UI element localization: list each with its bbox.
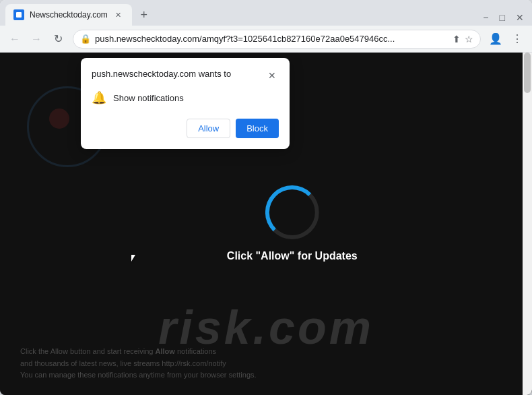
active-tab[interactable]: Newschecktoday.com ✕ <box>5 4 132 26</box>
new-tab-button[interactable]: + <box>135 5 154 24</box>
popup-close-button[interactable]: ✕ <box>265 69 279 82</box>
tab-favicon <box>13 9 24 20</box>
tab-close-button[interactable]: ✕ <box>113 9 124 20</box>
address-bar-actions: ⬆ ☆ <box>453 34 473 44</box>
lock-icon: 🔒 <box>80 34 91 44</box>
bell-icon: 🔔 <box>92 90 106 105</box>
notification-label: Show notifications <box>113 93 184 103</box>
profile-button[interactable]: 👤 <box>486 30 505 49</box>
toolbar-right: 👤 ⋮ <box>486 30 527 49</box>
scrollbar[interactable] <box>523 53 532 395</box>
bookmark-icon[interactable]: ☆ <box>465 34 473 44</box>
forward-button[interactable]: → <box>27 30 46 49</box>
address-bar[interactable]: 🔒 push.newschecktoday.com/amqyf?t3=10256… <box>73 30 481 49</box>
webpage-content: Click "Allow" for Updates risk.com Click… <box>0 53 532 395</box>
popup-notification-row: 🔔 Show notifications <box>81 88 290 113</box>
back-button[interactable]: ← <box>5 30 24 49</box>
window-controls: − □ ✕ <box>480 11 527 24</box>
popup-header: push.newschecktoday.com wants to ✕ <box>81 58 290 88</box>
block-button[interactable]: Block <box>236 119 279 138</box>
minimize-button[interactable]: − <box>480 11 491 24</box>
browser-toolbar: ← → ↻ 🔒 push.newschecktoday.com/amqyf?t3… <box>0 26 532 53</box>
scrollbar-thumb[interactable] <box>524 53 531 93</box>
popup-title: push.newschecktoday.com wants to <box>92 69 231 79</box>
permission-popup: push.newschecktoday.com wants to ✕ 🔔 Sho… <box>81 58 290 149</box>
popup-overlay: push.newschecktoday.com wants to ✕ 🔔 Sho… <box>0 53 532 395</box>
close-window-button[interactable]: ✕ <box>513 11 527 24</box>
browser-window: Newschecktoday.com ✕ + − □ ✕ ← → ↻ 🔒 pus… <box>0 0 532 395</box>
reload-button[interactable]: ↻ <box>48 30 67 49</box>
popup-buttons: Allow Block <box>81 113 290 149</box>
allow-button[interactable]: Allow <box>187 119 230 138</box>
menu-button[interactable]: ⋮ <box>508 30 527 49</box>
share-icon[interactable]: ⬆ <box>453 34 461 44</box>
maximize-button[interactable]: □ <box>497 11 508 24</box>
url-text: push.newschecktoday.com/amqyf?t3=1025641… <box>95 34 448 44</box>
tab-bar: Newschecktoday.com ✕ + − □ ✕ <box>0 0 532 26</box>
tab-title: Newschecktoday.com <box>30 10 108 20</box>
webpage-background: Click "Allow" for Updates risk.com Click… <box>0 53 532 395</box>
